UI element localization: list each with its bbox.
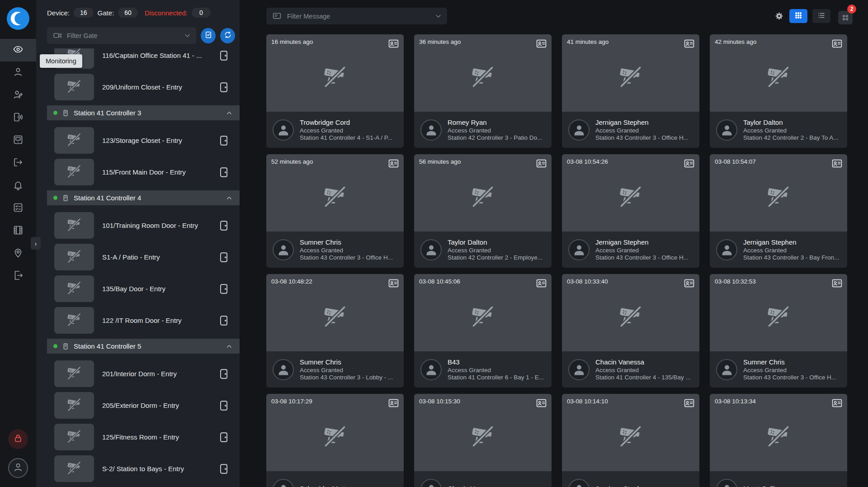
gate-list-item[interactable]: S1-A / Patio - Entry — [36, 244, 240, 270]
save-filter-button[interactable] — [201, 28, 216, 43]
lock-button[interactable] — [8, 429, 28, 449]
sidebar-item-monitoring[interactable] — [0, 39, 36, 61]
door-icon[interactable] — [218, 135, 230, 147]
event-card[interactable]: 03-08 10:32:53 — [710, 274, 847, 388]
id-card-icon[interactable] — [831, 158, 843, 169]
terminal-icon — [13, 134, 24, 147]
event-card[interactable]: 03-08 10:17:29 — [266, 394, 404, 487]
id-card-icon[interactable] — [684, 38, 695, 49]
event-location: Station 43 Controller 3 - Office H... — [595, 254, 693, 261]
id-card-icon[interactable] — [536, 397, 547, 409]
event-card[interactable]: 03-08 10:48:22 — [266, 274, 404, 388]
gate-list-item[interactable]: 205/Exterior Dorm - Entry — [36, 392, 240, 419]
app-logo[interactable] — [7, 7, 29, 30]
event-card[interactable]: 41 minutes ago — [562, 34, 699, 148]
message-filter-input[interactable] — [266, 13, 447, 20]
door-icon[interactable] — [218, 50, 230, 61]
chevron-up-icon[interactable] — [225, 342, 233, 350]
id-card-icon[interactable] — [388, 397, 399, 409]
event-card[interactable]: 03-08 10:54:07 — [710, 154, 847, 268]
gate-list-item[interactable]: 125/Fitness Room - Entry — [36, 424, 240, 450]
event-card[interactable]: 03-08 10:54:26 — [562, 154, 699, 268]
gate-list-item[interactable]: S-2/ Station to Bays - Entry — [36, 455, 240, 482]
door-icon[interactable] — [218, 81, 230, 93]
gate-filter-control[interactable] — [47, 27, 196, 44]
door-icon[interactable] — [218, 220, 230, 232]
sidebar-item-notifications[interactable] — [0, 175, 36, 197]
door-icon[interactable] — [218, 400, 230, 411]
id-card-icon[interactable] — [684, 278, 695, 289]
message-filter-control[interactable] — [266, 8, 447, 24]
sidebar-item-terminal[interactable] — [0, 129, 36, 152]
id-card-icon[interactable] — [684, 158, 695, 169]
event-timestamp: 52 minutes ago — [271, 158, 313, 165]
event-card[interactable]: 03-08 10:45:06 — [414, 274, 552, 388]
id-card-icon[interactable] — [388, 38, 399, 49]
event-card[interactable]: 03-08 10:15:30 — [414, 394, 552, 487]
sidebar-item-doors[interactable] — [0, 265, 36, 288]
alerts-button[interactable]: 2 — [838, 8, 854, 24]
gate-group-header[interactable]: Station 41 Controller 3 — [47, 105, 240, 120]
sidebar-item-users[interactable] — [0, 61, 36, 84]
door-icon[interactable] — [218, 251, 230, 263]
event-card[interactable]: 03-08 10:13:34 — [710, 394, 847, 487]
event-card[interactable]: 56 minutes ago — [414, 154, 552, 268]
gate-list-item[interactable]: 122 /IT Room Door - Entry — [36, 307, 240, 334]
event-timestamp: 03-08 10:54:07 — [715, 158, 756, 165]
event-info: Myatt Collin — [710, 471, 847, 487]
id-card-icon[interactable] — [388, 278, 399, 289]
sidebar-item-intercom[interactable] — [0, 107, 36, 129]
event-card[interactable]: 03-08 10:33:40 — [562, 274, 699, 388]
online-status-dot — [53, 111, 57, 115]
event-info: Taylor Dalton Access Granted Station 42 … — [710, 112, 847, 148]
chevron-down-icon[interactable] — [434, 12, 442, 22]
camera-off-icon — [66, 163, 82, 181]
list-view-button[interactable] — [812, 9, 830, 23]
id-card-icon[interactable] — [831, 278, 843, 289]
door-icon[interactable] — [218, 431, 230, 443]
event-card[interactable]: 36 minutes ago — [414, 34, 552, 148]
door-icon[interactable] — [218, 283, 230, 295]
gate-list-item[interactable]: 101/Training Room Door - Entry — [36, 212, 240, 239]
camera-thumbnail — [54, 127, 94, 154]
id-card-icon[interactable] — [536, 158, 547, 169]
gate-list-item[interactable]: 209/Uniform Closet - Entry — [36, 74, 240, 100]
gate-list-item[interactable]: 135/Bay Door - Entry — [36, 275, 240, 302]
event-card[interactable]: 16 minutes ago — [266, 34, 404, 148]
gate-group-header[interactable]: Station 41 Controller 5 — [47, 339, 240, 354]
panel-expand-handle[interactable]: › — [31, 237, 41, 250]
id-card-icon[interactable] — [831, 397, 843, 409]
avatar — [273, 239, 294, 260]
gate-list-item[interactable]: 115/Front Main Door - Entry — [36, 159, 240, 185]
gate-list-item[interactable]: 123/Storage Closet - Entry — [36, 127, 240, 154]
event-card[interactable]: 03-08 10:14:10 — [562, 394, 699, 487]
profile-button[interactable] — [8, 458, 28, 478]
gate-list-item[interactable]: 201/Interior Dorm - Entry — [36, 360, 240, 387]
event-timestamp: 03-08 10:48:22 — [271, 278, 312, 285]
gate-filter-input[interactable] — [47, 32, 196, 39]
door-icon[interactable] — [218, 368, 230, 380]
chevron-down-icon[interactable] — [184, 32, 191, 41]
gate-group-header[interactable]: Station 41 Controller 4 — [47, 190, 240, 205]
door-icon[interactable] — [218, 463, 230, 475]
settings-gear-icon[interactable] — [774, 11, 784, 21]
event-card[interactable]: 42 minutes ago — [710, 34, 847, 148]
id-card-icon[interactable] — [536, 38, 547, 49]
sidebar-item-export[interactable] — [0, 152, 36, 175]
toolbar-right: 2 — [774, 8, 854, 24]
door-icon[interactable] — [218, 315, 230, 326]
id-card-icon[interactable] — [536, 278, 547, 289]
sidebar-item-checklist[interactable] — [0, 197, 36, 220]
chevron-up-icon[interactable] — [225, 194, 233, 202]
sidebar-bottom — [8, 429, 28, 478]
id-card-icon[interactable] — [388, 158, 399, 169]
event-card[interactable]: 52 minutes ago — [266, 154, 404, 268]
door-icon[interactable] — [218, 166, 230, 178]
sidebar-item-user-edit[interactable] — [0, 84, 36, 107]
id-card-icon[interactable] — [684, 397, 695, 409]
camera-off-icon — [618, 303, 644, 330]
refresh-button[interactable] — [220, 28, 235, 43]
chevron-up-icon[interactable] — [225, 109, 233, 117]
grid-view-button[interactable] — [789, 9, 807, 23]
id-card-icon[interactable] — [831, 38, 843, 49]
